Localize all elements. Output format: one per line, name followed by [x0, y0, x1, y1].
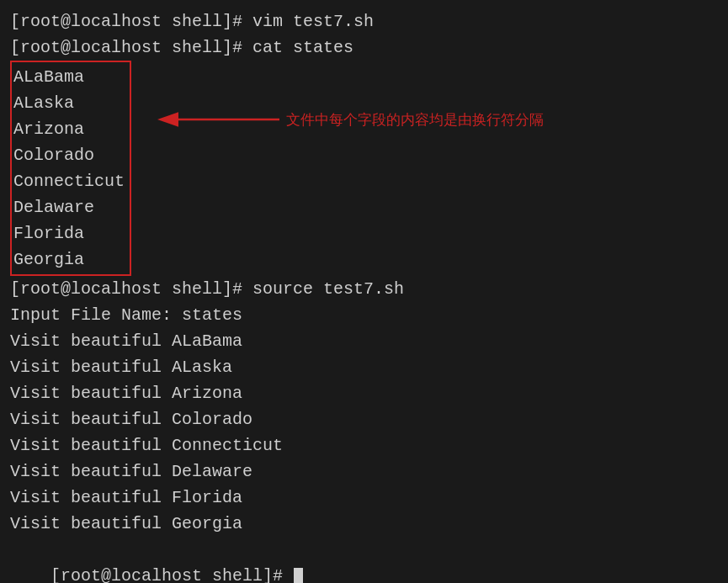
terminal: [root@localhost shell]# vim test7.sh [ro…	[0, 0, 728, 583]
line-visit-3: Visit beautiful Arizona	[10, 380, 718, 406]
state-1: ALaBama	[13, 64, 125, 90]
line-input-file: Input File Name: states	[10, 302, 718, 328]
annotation-text: 文件中每个字段的内容均是由换行符分隔	[286, 112, 544, 128]
state-4: Colorado	[13, 142, 125, 168]
line-visit-5: Visit beautiful Connecticut	[10, 432, 718, 458]
states-list: ALaBama ALaska Arizona Colorado Connecti…	[10, 61, 131, 276]
state-2: ALaska	[13, 90, 125, 116]
state-3: Arizona	[13, 116, 125, 142]
line-visit-7: Visit beautiful Florida	[10, 485, 718, 511]
state-7: Florida	[13, 220, 125, 246]
line-1: [root@localhost shell]# vim test7.sh	[10, 8, 718, 34]
line-visit-6: Visit beautiful Delaware	[10, 458, 718, 485]
annotation-arrow: 文件中每个字段的内容均是由换行符分隔	[174, 103, 578, 153]
line-visit-1: Visit beautiful ALaBama	[10, 328, 718, 354]
cursor-block	[294, 568, 303, 583]
line-source: [root@localhost shell]# source test7.sh	[10, 276, 718, 302]
state-8: Georgia	[13, 246, 125, 273]
state-6: Delaware	[13, 194, 125, 220]
line-visit-8: Visit beautiful Georgia	[10, 511, 718, 537]
line-final-prompt: [root@localhost shell]#	[10, 537, 718, 583]
state-5: Connecticut	[13, 168, 125, 194]
line-visit-4: Visit beautiful Colorado	[10, 406, 718, 432]
line-2: [root@localhost shell]# cat states	[10, 34, 718, 61]
line-visit-2: Visit beautiful ALaska	[10, 354, 718, 380]
